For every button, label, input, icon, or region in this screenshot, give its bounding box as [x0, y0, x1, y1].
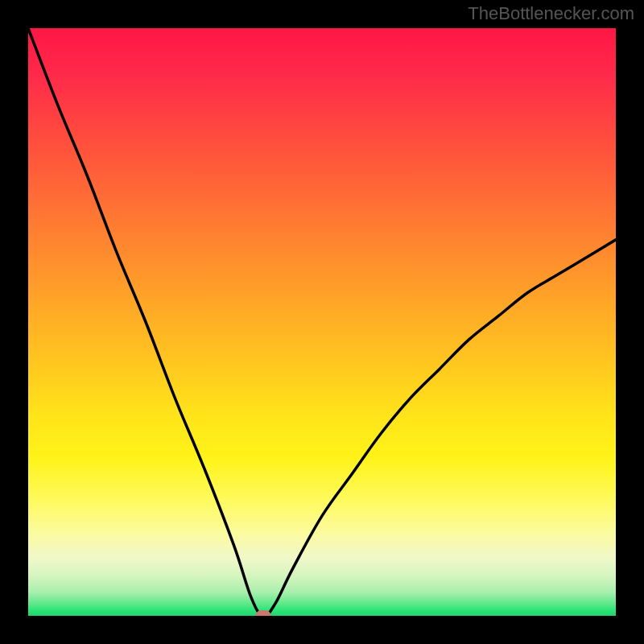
chart-plot-area [28, 28, 616, 616]
bottleneck-curve [28, 28, 616, 616]
optimum-marker [256, 610, 271, 616]
attribution-label: TheBottlenecker.com [468, 3, 634, 24]
